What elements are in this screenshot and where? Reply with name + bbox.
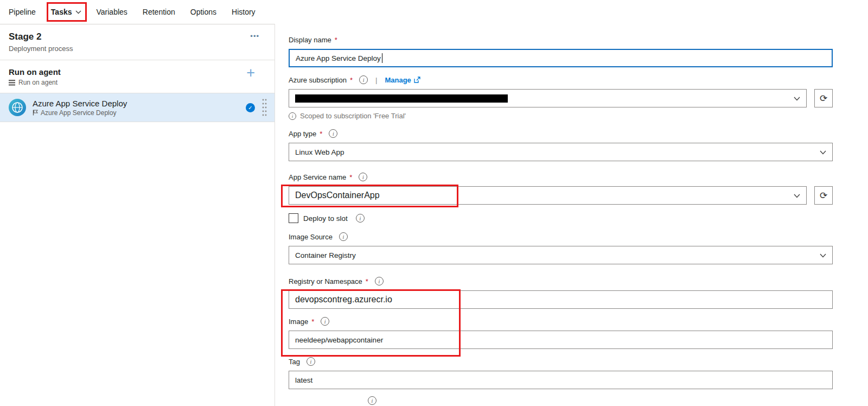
chevron-down-icon <box>75 10 81 14</box>
info-icon[interactable]: i <box>375 277 384 286</box>
sidebar-divider <box>0 122 275 122</box>
chevron-down-icon <box>820 253 826 258</box>
tab-tasks[interactable]: Tasks <box>51 8 81 16</box>
label-separator: | <box>375 76 377 84</box>
chevron-down-icon <box>820 150 826 155</box>
info-icon: i <box>289 112 296 120</box>
task-item-azure-app-service-deploy[interactable]: Azure App Service Deploy Azure App Servi… <box>0 93 275 122</box>
chevron-down-icon <box>794 194 800 198</box>
display-name-input[interactable]: Azure App Service Deploy <box>289 49 833 67</box>
info-icon[interactable]: i <box>329 129 337 138</box>
text-cursor <box>382 53 383 63</box>
redacted-subscription-value <box>295 94 508 103</box>
refresh-app-services-button[interactable]: ⟳ <box>814 186 833 205</box>
app-service-name-value: DevOpsContainerApp <box>295 191 380 200</box>
app-type-label: App type* i <box>289 129 833 138</box>
tab-pipeline[interactable]: Pipeline <box>9 8 36 16</box>
agent-job-header[interactable]: Run on agent + Run on agent <box>0 60 275 93</box>
azure-subscription-dropdown[interactable] <box>289 89 807 107</box>
stage-header: Stage 2 Deployment process ••• <box>0 24 275 60</box>
tag-input[interactable] <box>289 371 833 389</box>
agent-job-title: Run on agent <box>9 67 266 77</box>
tag-label: Tag i <box>289 357 833 366</box>
app-type-value: Linux Web App <box>295 148 344 156</box>
stage-subtitle: Deployment process <box>9 45 266 53</box>
image-source-value: Container Registry <box>295 251 356 259</box>
app-type-dropdown[interactable]: Linux Web App <box>289 143 833 161</box>
deploy-to-slot-label: Deploy to slot <box>303 214 348 223</box>
tasks-sidebar: Stage 2 Deployment process ••• Run on ag… <box>0 24 275 406</box>
info-icon[interactable]: i <box>368 396 376 405</box>
stage-title: Stage 2 <box>9 31 266 42</box>
task-valid-check-icon: ✓ <box>246 103 255 112</box>
task-settings-form: Display name* Azure App Service Deploy A… <box>289 0 833 389</box>
azure-subscription-label: Azure subscription* i | Manage <box>289 75 833 85</box>
task-title: Azure App Service Deploy <box>33 99 246 108</box>
info-icon[interactable]: i <box>359 173 367 181</box>
info-icon[interactable]: i <box>339 232 348 241</box>
tab-variables[interactable]: Variables <box>97 8 127 16</box>
image-input[interactable] <box>289 331 833 349</box>
tab-options[interactable]: Options <box>190 8 216 16</box>
registry-label: Registry or Namespace* i <box>289 276 833 286</box>
flag-icon <box>33 110 38 116</box>
task-icon <box>9 99 26 116</box>
external-link-icon <box>414 77 420 83</box>
agent-job-subtitle: Run on agent <box>18 79 58 86</box>
refresh-subscriptions-button[interactable]: ⟳ <box>814 89 833 107</box>
tab-history[interactable]: History <box>232 8 256 16</box>
subscription-scope-note: i Scoped to subscription 'Free Trial' <box>289 112 833 120</box>
deploy-to-slot-checkbox[interactable] <box>289 213 298 223</box>
agent-job-icon <box>9 80 15 86</box>
app-service-name-dropdown[interactable]: DevOpsContainerApp <box>289 186 807 205</box>
tab-tasks-label: Tasks <box>51 8 72 16</box>
chevron-down-icon <box>794 97 800 101</box>
display-name-value: Azure App Service Deploy <box>296 54 381 62</box>
registry-input[interactable] <box>289 290 833 309</box>
image-label: Image* i <box>289 316 833 326</box>
tab-retention[interactable]: Retention <box>143 8 175 16</box>
task-subtitle: Azure App Service Deploy <box>41 109 116 117</box>
add-task-button[interactable]: + <box>246 66 255 80</box>
drag-handle-icon[interactable] <box>262 98 267 117</box>
info-icon[interactable]: i <box>321 317 329 326</box>
app-service-name-label: App Service name* i <box>289 172 833 182</box>
panel-divider <box>275 24 275 406</box>
display-name-label: Display name* <box>289 35 833 45</box>
manage-subscription-link[interactable]: Manage <box>385 76 420 84</box>
info-icon[interactable]: i <box>356 214 365 223</box>
info-icon[interactable]: i <box>359 75 368 84</box>
deploy-to-slot-row: Deploy to slot i <box>289 213 833 223</box>
info-icon[interactable]: i <box>307 357 315 366</box>
image-source-dropdown[interactable]: Container Registry <box>289 246 833 264</box>
stage-more-button[interactable]: ••• <box>250 32 259 40</box>
image-source-label: Image Source i <box>289 232 833 242</box>
